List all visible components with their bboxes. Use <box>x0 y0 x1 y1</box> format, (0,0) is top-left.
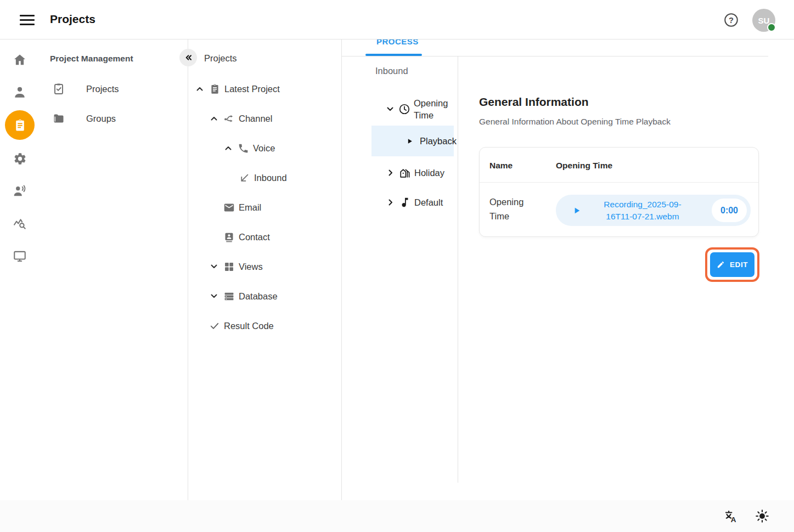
process-item-label: Holiday <box>414 168 444 178</box>
tree-item-label: Latest Project <box>224 84 280 94</box>
gear-icon <box>13 152 27 166</box>
rail-settings-icon[interactable] <box>0 143 40 174</box>
clock-icon <box>398 103 410 115</box>
process-item-opening-time[interactable]: Opening Time <box>385 90 449 128</box>
pencil-icon <box>717 261 725 269</box>
tree-item-label: Voice <box>253 143 275 154</box>
home-icon <box>13 53 27 67</box>
sidebar-item-label: Groups <box>86 114 116 124</box>
question-circle-icon: ? <box>724 13 739 27</box>
process-tree-header: Inbound <box>375 66 408 76</box>
chevron-up-icon[interactable] <box>223 143 233 153</box>
double-chevron-left-icon <box>183 52 194 63</box>
audio-play-button[interactable] <box>572 206 581 215</box>
svg-text:A: A <box>731 516 736 524</box>
process-item-default[interactable]: Default <box>386 188 443 217</box>
rail-projects-icon-active[interactable] <box>0 110 40 140</box>
chevron-right-icon[interactable] <box>386 168 396 178</box>
translate-icon: A <box>723 508 739 524</box>
top-bar: Projects ? SU <box>0 0 794 39</box>
tab-bar: PROCESS <box>342 39 768 56</box>
query-stats-icon <box>13 217 27 231</box>
audio-player: Recording_2025-09-16T11-07-21.webm 0:00 <box>556 195 751 226</box>
theme-toggle[interactable] <box>754 508 770 526</box>
checked-clipboard-icon <box>52 82 65 95</box>
tab-active-indicator <box>365 54 422 56</box>
rail-monitor-icon[interactable] <box>0 241 40 271</box>
chevron-up-icon[interactable] <box>195 84 205 94</box>
language-toggle[interactable]: A <box>723 508 739 526</box>
monitor-icon <box>13 249 27 263</box>
project-tree-panel: Projects Latest Project Channel Voice In… <box>188 39 342 500</box>
tree-item-label: Inbound <box>254 173 287 183</box>
chevron-right-icon[interactable] <box>386 197 396 207</box>
column-header-opening-time: Opening Time <box>556 161 612 171</box>
tree-item-label: Channel <box>239 114 272 124</box>
process-item-holiday[interactable]: Holiday <box>386 158 444 188</box>
tab-process[interactable]: PROCESS <box>376 39 419 46</box>
process-item-playback-selected[interactable]: Playback <box>371 126 454 156</box>
rail-users-icon[interactable] <box>0 77 40 107</box>
section-title: General Information <box>479 95 589 109</box>
checkmark-icon <box>209 320 220 331</box>
storage-icon <box>223 291 235 302</box>
svg-text:?: ? <box>729 16 734 25</box>
phone-icon <box>238 143 249 154</box>
tree-item-channel[interactable]: Channel <box>209 104 272 133</box>
section-subtitle: General Information About Opening Time P… <box>479 117 671 127</box>
envelope-icon <box>223 202 235 213</box>
rail-home-icon[interactable] <box>0 44 40 75</box>
general-info-card: Name Opening Time Opening Time Recording… <box>479 147 759 237</box>
edit-button[interactable]: EDIT <box>710 252 754 277</box>
brightness-sun-icon <box>754 508 770 524</box>
nav-section-title: Project Management <box>50 54 133 64</box>
tree-item-voice[interactable]: Voice <box>223 133 275 163</box>
process-item-label: Opening Time <box>414 97 449 122</box>
process-tree-panel: Inbound Opening Time Playback Holiday De… <box>342 56 458 483</box>
tree-item-result-code[interactable]: Result Code <box>209 311 274 341</box>
tree-item-views[interactable]: Views <box>209 252 263 281</box>
edit-button-label: EDIT <box>730 261 748 269</box>
record-voice-icon <box>13 184 27 198</box>
chevron-down-icon[interactable] <box>385 104 395 114</box>
active-circle <box>5 110 35 140</box>
sidebar-item-projects[interactable]: Projects <box>40 74 188 104</box>
music-note-icon <box>399 196 411 208</box>
collapse-panel-button[interactable] <box>179 49 197 66</box>
rail-analytics-icon[interactable] <box>0 208 40 239</box>
tree-item-label: Database <box>239 291 278 302</box>
chevron-down-icon[interactable] <box>209 291 219 301</box>
contact-card-icon <box>223 231 235 243</box>
hamburger-menu-icon[interactable] <box>20 15 35 25</box>
help-icon[interactable]: ? <box>724 13 739 27</box>
tree-panel-title: Projects <box>204 53 237 64</box>
grid-views-icon <box>223 261 235 273</box>
row-name: Opening Time <box>489 195 536 224</box>
tree-item-email[interactable]: Email <box>223 193 261 222</box>
app-window: Projects ? SU <box>0 0 794 532</box>
chevron-down-icon[interactable] <box>209 262 219 271</box>
play-triangle-icon <box>406 138 413 145</box>
nav-sidebar: Project Management Projects Groups <box>40 39 188 500</box>
avatar-initials: SU <box>758 16 770 25</box>
edit-highlight-ring: EDIT <box>705 247 759 282</box>
recording-file-link[interactable]: Recording_2025-09-16T11-07-21.webm <box>595 199 690 222</box>
page-title: Projects <box>50 13 95 26</box>
sidebar-item-groups[interactable]: Groups <box>40 104 188 133</box>
sidebar-item-label: Projects <box>86 84 119 94</box>
tree-item-contact[interactable]: Contact <box>223 222 270 252</box>
person-icon <box>13 85 27 99</box>
presence-status-dot <box>767 23 776 32</box>
call-received-icon <box>239 172 250 184</box>
tree-item-inbound[interactable]: Inbound <box>239 163 287 193</box>
process-item-label: Default <box>414 197 443 208</box>
channel-split-icon <box>223 113 235 124</box>
clipboard-icon <box>13 118 27 132</box>
icon-rail <box>0 39 40 500</box>
tree-item-label: Contact <box>239 232 270 242</box>
clipboard-icon <box>209 83 221 95</box>
chevron-up-icon[interactable] <box>209 114 219 123</box>
tree-item-latest-project[interactable]: Latest Project <box>195 74 280 104</box>
tree-item-database[interactable]: Database <box>209 281 278 311</box>
rail-voice-agent-icon[interactable] <box>0 176 40 206</box>
